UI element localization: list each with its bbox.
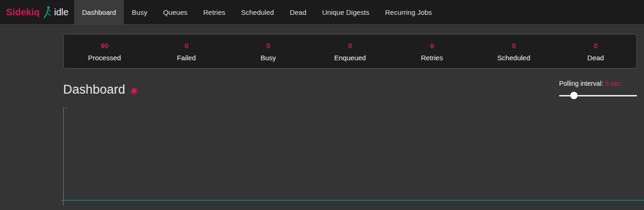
chart-y-axis: [63, 108, 64, 205]
stat-dead-label: Dead: [555, 54, 637, 62]
nav-tab-dashboard[interactable]: Dashboard: [74, 0, 124, 24]
stat-retries-label: Retries: [391, 54, 473, 62]
stat-failed-value: 0: [145, 42, 227, 50]
stat-dead-value: 0: [555, 42, 637, 50]
stat-scheduled: 0 Scheduled: [473, 41, 554, 62]
nav-tab-retries[interactable]: Retries: [195, 0, 233, 24]
stat-scheduled-label: Scheduled: [473, 54, 554, 62]
stat-retries: 0 Retries: [391, 41, 473, 62]
nav-tab-dead[interactable]: Dead: [282, 0, 314, 24]
stat-busy-label: Busy: [227, 54, 309, 62]
page-title: Dashboard: [63, 83, 125, 97]
stat-dead: 0 Dead: [555, 41, 637, 62]
slider-thumb[interactable]: [570, 92, 578, 99]
stat-enqueued: 0 Enqueued: [309, 41, 391, 62]
polling-value: 5 sec: [605, 80, 620, 87]
stat-enqueued-label: Enqueued: [309, 54, 391, 62]
stat-scheduled-value: 0: [473, 42, 554, 50]
nav-tab-queues[interactable]: Queues: [155, 0, 195, 24]
sidekiq-dancer-icon: [43, 6, 51, 18]
live-poll-beacon-icon: [132, 89, 136, 93]
nav-tab-recurring-jobs[interactable]: Recurring Jobs: [377, 0, 440, 24]
polling-interval-label: Polling interval: 5 sec: [559, 80, 637, 87]
realtime-chart: [63, 108, 644, 205]
nav-tabs: Dashboard Busy Queues Retries Scheduled …: [74, 0, 440, 24]
brand[interactable]: Sidekiq idle: [0, 0, 74, 24]
stat-failed: 0 Failed: [145, 41, 227, 62]
polling-interval-control: Polling interval: 5 sec: [559, 80, 637, 99]
stat-busy-value: 0: [227, 42, 309, 50]
stats-summary-bar: 90 Processed 0 Failed 0 Busy 0 Enqueued …: [63, 34, 637, 69]
chart-axis-tick: [64, 108, 67, 108]
stat-processed-label: Processed: [64, 54, 145, 62]
navbar: Sidekiq idle Dashboard Busy Queues Retri…: [0, 0, 644, 25]
heading-row: Dashboard Polling interval: 5 sec: [63, 80, 637, 99]
stat-busy: 0 Busy: [227, 41, 309, 62]
stat-retries-value: 0: [391, 42, 473, 50]
stat-processed-value: 90: [64, 42, 145, 50]
nav-tab-scheduled[interactable]: Scheduled: [233, 0, 282, 24]
stat-enqueued-value: 0: [309, 42, 391, 50]
chart-zero-line: [64, 200, 644, 201]
brand-logo-text: Sidekiq: [6, 7, 40, 18]
nav-tab-busy[interactable]: Busy: [124, 0, 155, 24]
process-status: idle: [54, 7, 69, 18]
nav-tab-unique-digests[interactable]: Unique Digests: [314, 0, 377, 24]
stat-failed-label: Failed: [145, 54, 227, 62]
stat-processed: 90 Processed: [64, 41, 145, 62]
polling-label-text: Polling interval:: [559, 80, 605, 87]
polling-interval-slider[interactable]: [559, 92, 637, 99]
